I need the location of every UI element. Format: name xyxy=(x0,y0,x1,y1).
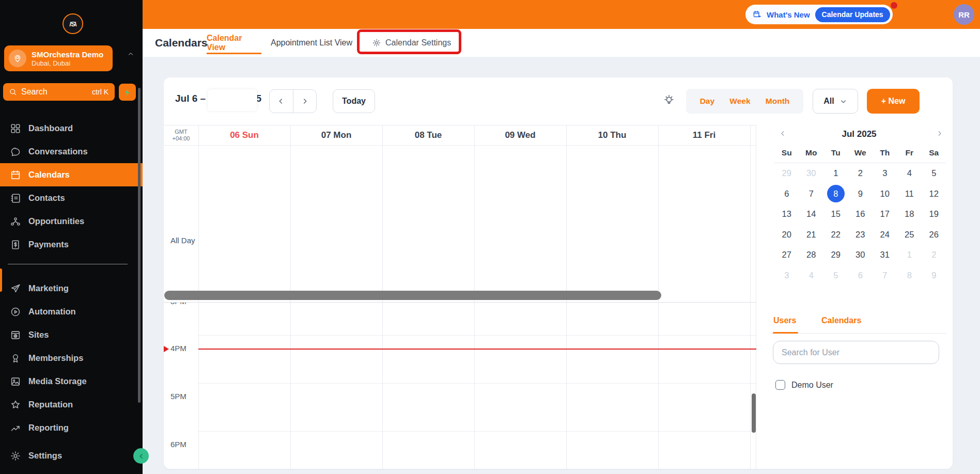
mini-calendar-next-button[interactable] xyxy=(936,130,943,137)
sidebar: /S\ SMOrchestra Demo Dubai, Dubai Search… xyxy=(0,0,143,474)
mini-day-number: 8 xyxy=(827,185,845,202)
mini-day[interactable]: 1 xyxy=(823,163,848,184)
tab-appointment-list-view[interactable]: Appointment List View xyxy=(271,29,352,56)
mini-day[interactable]: 2 xyxy=(922,245,946,265)
mini-day[interactable]: 23 xyxy=(848,225,873,245)
mini-day-number: 27 xyxy=(782,250,791,260)
mini-day[interactable]: 15 xyxy=(823,204,848,225)
mini-day[interactable]: 29 xyxy=(823,245,848,265)
user-checkbox[interactable] xyxy=(775,380,785,390)
mini-day[interactable]: 3 xyxy=(774,265,799,286)
org-switcher[interactable]: SMOrchestra Demo Dubai, Dubai xyxy=(4,45,113,71)
sidebar-item-opportunities[interactable]: Opportunities xyxy=(0,210,143,233)
day-header-5: 10 Thu xyxy=(566,125,658,145)
time-label-5pm: 5PM xyxy=(170,392,186,401)
sidebar-item-contacts[interactable]: Contacts xyxy=(0,186,143,210)
mini-day-number: 6 xyxy=(858,271,863,280)
today-button[interactable]: Today xyxy=(333,89,375,113)
tips-bulb-icon[interactable] xyxy=(662,93,676,107)
view-option-week[interactable]: Week xyxy=(729,97,750,106)
mini-day[interactable]: 30 xyxy=(799,163,824,184)
view-option-day[interactable]: Day xyxy=(700,97,714,106)
sidebar-item-reporting[interactable]: Reporting xyxy=(0,416,143,439)
mini-day[interactable]: 14 xyxy=(799,204,824,225)
mini-day[interactable]: 25 xyxy=(897,225,922,245)
mini-day[interactable]: 30 xyxy=(848,245,873,265)
mini-day-selected[interactable]: 8 xyxy=(823,184,848,204)
mini-day-number: 31 xyxy=(880,250,890,260)
org-location: Dubai, Dubai xyxy=(32,59,103,67)
sidebar-item-label: Opportunities xyxy=(28,216,84,226)
conversations-icon xyxy=(10,146,21,157)
mini-day[interactable]: 24 xyxy=(873,225,897,245)
mini-day[interactable]: 11 xyxy=(897,184,922,204)
user-search-input[interactable] xyxy=(773,341,939,364)
new-appointment-button[interactable]: + New xyxy=(867,89,920,114)
mini-day[interactable]: 20 xyxy=(774,225,799,245)
sidebar-scrollbar[interactable] xyxy=(138,88,141,403)
mini-day[interactable]: 19 xyxy=(922,204,946,225)
mini-day[interactable]: 6 xyxy=(774,184,799,204)
sidebar-item-conversations[interactable]: Conversations xyxy=(0,140,143,163)
mini-day[interactable]: 29 xyxy=(774,163,799,184)
mini-day[interactable]: 5 xyxy=(922,163,946,184)
mini-day[interactable]: 12 xyxy=(922,184,946,204)
mini-day[interactable]: 17 xyxy=(873,204,897,225)
mini-day[interactable]: 27 xyxy=(774,245,799,265)
mini-day[interactable]: 26 xyxy=(922,225,946,245)
tab-calendar-view[interactable]: Calendar View xyxy=(207,29,261,56)
prev-week-button[interactable] xyxy=(270,90,293,113)
mini-day[interactable]: 7 xyxy=(799,184,824,204)
calendar-filter-value: All xyxy=(823,97,834,106)
sidebar-item-calendars[interactable]: Calendars xyxy=(0,163,143,186)
mini-day[interactable]: 9 xyxy=(922,265,946,286)
sidebar-collapse-button[interactable] xyxy=(133,448,149,464)
sidebar-item-reputation[interactable]: Reputation xyxy=(0,393,143,416)
mini-day[interactable]: 8 xyxy=(897,265,922,286)
whats-new-pill[interactable]: What's New Calendar Updates xyxy=(745,5,893,24)
horizontal-scrollbar[interactable] xyxy=(164,291,661,300)
sidebar-item-sites[interactable]: Sites xyxy=(0,323,143,346)
mini-day-number: 1 xyxy=(907,250,912,260)
calendar-card: Jul 6 – 5 Today DayWeekMonth Al xyxy=(164,77,953,469)
mini-day[interactable]: 31 xyxy=(873,245,897,265)
mini-day[interactable]: 13 xyxy=(774,204,799,225)
ai-assistant-button[interactable] xyxy=(119,84,136,101)
mini-day[interactable]: 7 xyxy=(873,265,897,286)
mini-day[interactable]: 1 xyxy=(897,245,922,265)
sidebar-item-automation[interactable]: Automation xyxy=(0,300,143,323)
sidebar-item-payments[interactable]: Payments xyxy=(0,233,143,256)
mini-day[interactable]: 4 xyxy=(897,163,922,184)
sidebar-item-media-storage[interactable]: Media Storage xyxy=(0,370,143,393)
date-nav-group xyxy=(269,89,317,113)
view-option-month[interactable]: Month xyxy=(766,97,789,106)
time-grid[interactable]: 3PM4PM5PM6PM7PM xyxy=(164,303,756,469)
vertical-scrollbar[interactable] xyxy=(752,393,756,433)
mini-day[interactable]: 2 xyxy=(848,163,873,184)
mini-day[interactable]: 10 xyxy=(873,184,897,204)
panel-tab-users[interactable]: Users xyxy=(773,316,796,325)
calendar-filter-select[interactable]: All xyxy=(813,89,858,114)
user-avatar[interactable]: RR xyxy=(954,4,974,25)
next-week-button[interactable] xyxy=(293,90,317,113)
mini-day[interactable]: 28 xyxy=(799,245,824,265)
mini-day[interactable]: 16 xyxy=(848,204,873,225)
sidebar-search[interactable]: Search ctrl K xyxy=(3,83,115,101)
sidebar-item-dashboard[interactable]: Dashboard xyxy=(0,117,143,140)
sidebar-item-label: Reporting xyxy=(28,423,69,433)
calendar-updates-badge[interactable]: Calendar Updates xyxy=(815,7,890,22)
mini-day[interactable]: 22 xyxy=(823,225,848,245)
mini-calendar-prev-button[interactable] xyxy=(779,130,787,137)
mini-day[interactable]: 4 xyxy=(799,265,824,286)
mini-day[interactable]: 6 xyxy=(848,265,873,286)
mini-day[interactable]: 18 xyxy=(897,204,922,225)
sidebar-item-memberships[interactable]: Memberships xyxy=(0,346,143,370)
mini-day[interactable]: 3 xyxy=(873,163,897,184)
panel-tab-calendars[interactable]: Calendars xyxy=(821,316,861,325)
sidebar-item-settings[interactable]: Settings xyxy=(0,444,143,467)
mini-day[interactable]: 9 xyxy=(848,184,873,204)
chevron-up-icon[interactable] xyxy=(127,51,134,58)
mini-day[interactable]: 5 xyxy=(823,265,848,286)
mini-day[interactable]: 21 xyxy=(799,225,824,245)
sidebar-item-marketing[interactable]: Marketing xyxy=(0,277,143,300)
